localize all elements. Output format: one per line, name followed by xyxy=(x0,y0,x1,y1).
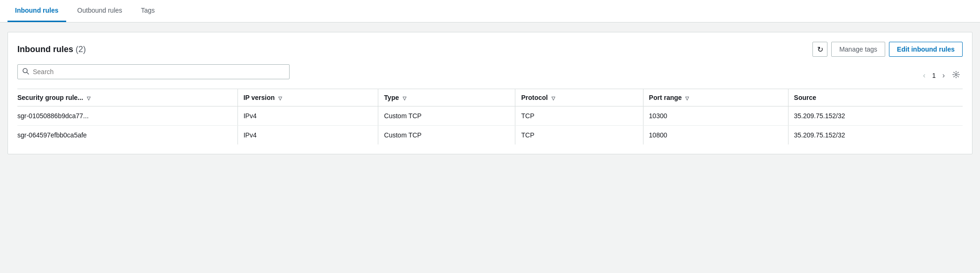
cell-ip_version: IPv4 xyxy=(237,126,378,145)
search-icon xyxy=(23,68,29,76)
cell-port_range: 10800 xyxy=(643,126,788,145)
prev-page-button[interactable]: ‹ xyxy=(920,69,928,82)
prev-page-icon: ‹ xyxy=(923,71,926,79)
rules-table: Security group rule... ▽ IP version ▽ Ty… xyxy=(17,89,963,144)
settings-icon xyxy=(952,72,960,80)
table-row: sgr-064597efbb0ca5afeIPv4Custom TCPTCP10… xyxy=(17,126,963,145)
svg-line-1 xyxy=(27,72,29,74)
next-page-button[interactable]: › xyxy=(940,69,948,82)
card-title-wrap: Inbound rules (2) xyxy=(17,45,86,54)
manage-tags-label: Manage tags xyxy=(839,46,877,53)
cell-source: 35.209.75.152/32 xyxy=(788,126,963,145)
col-type-label: Type xyxy=(384,94,399,101)
tab-inbound-label: Inbound rules xyxy=(15,7,59,14)
next-page-icon: › xyxy=(942,71,945,79)
card-count: (2) xyxy=(76,45,86,54)
table-settings-button[interactable] xyxy=(949,69,963,82)
inbound-rules-card: Inbound rules (2) ↻ Manage tags Edit inb… xyxy=(8,32,972,154)
refresh-icon: ↻ xyxy=(817,45,823,54)
col-protocol-label: Protocol xyxy=(521,94,548,101)
tab-outbound-label: Outbound rules xyxy=(77,7,122,14)
cell-type: Custom TCP xyxy=(378,126,515,145)
col-source-label: Source xyxy=(794,94,816,101)
manage-tags-button[interactable]: Manage tags xyxy=(831,42,885,57)
cell-port_range: 10300 xyxy=(643,106,788,126)
cell-ip_version: IPv4 xyxy=(237,106,378,126)
edit-inbound-rules-label: Edit inbound rules xyxy=(897,46,955,53)
col-header-rule-id[interactable]: Security group rule... ▽ xyxy=(17,89,237,106)
table-header-row: Security group rule... ▽ IP version ▽ Ty… xyxy=(17,89,963,106)
col-header-port-range[interactable]: Port range ▽ xyxy=(643,89,788,106)
search-row: ‹ 1 › xyxy=(17,64,963,87)
pagination: ‹ 1 › xyxy=(920,69,963,82)
tab-tags-label: Tags xyxy=(141,7,155,14)
col-header-type[interactable]: Type ▽ xyxy=(378,89,515,106)
header-actions: ↻ Manage tags Edit inbound rules xyxy=(812,42,963,57)
cell-rule_id: sgr-064597efbb0ca5afe xyxy=(17,126,237,145)
sort-icon-rule-id: ▽ xyxy=(87,96,91,101)
card-title: Inbound rules (2) xyxy=(17,45,86,54)
search-input[interactable] xyxy=(33,68,284,76)
cell-source: 35.209.75.152/32 xyxy=(788,106,963,126)
edit-inbound-rules-button[interactable]: Edit inbound rules xyxy=(889,42,963,57)
cell-protocol: TCP xyxy=(515,106,643,126)
col-port-range-label: Port range xyxy=(649,94,682,101)
card-header: Inbound rules (2) ↻ Manage tags Edit inb… xyxy=(17,42,963,57)
col-header-ip-version[interactable]: IP version ▽ xyxy=(237,89,378,106)
page-number: 1 xyxy=(930,72,938,79)
refresh-button[interactable]: ↻ xyxy=(812,42,827,57)
table-body: sgr-01050886b9dca77...IPv4Custom TCPTCP1… xyxy=(17,106,963,145)
col-header-source: Source xyxy=(788,89,963,106)
table-row: sgr-01050886b9dca77...IPv4Custom TCPTCP1… xyxy=(17,106,963,126)
cell-protocol: TCP xyxy=(515,126,643,145)
main-content: Inbound rules (2) ↻ Manage tags Edit inb… xyxy=(0,23,980,164)
col-rule-id-label: Security group rule... xyxy=(17,94,83,101)
cell-rule_id: sgr-01050886b9dca77... xyxy=(17,106,237,126)
col-header-protocol[interactable]: Protocol ▽ xyxy=(515,89,643,106)
cell-type: Custom TCP xyxy=(378,106,515,126)
col-ip-version-label: IP version xyxy=(244,94,275,101)
tabs-bar: Inbound rules Outbound rules Tags xyxy=(0,0,980,23)
tab-inbound[interactable]: Inbound rules xyxy=(8,0,66,22)
svg-point-2 xyxy=(955,74,957,76)
sort-icon-protocol: ▽ xyxy=(551,96,555,101)
tab-outbound[interactable]: Outbound rules xyxy=(70,0,130,22)
tab-tags[interactable]: Tags xyxy=(133,0,162,22)
card-title-text: Inbound rules xyxy=(17,45,73,54)
sort-icon-port-range: ▽ xyxy=(685,96,689,101)
search-bar[interactable] xyxy=(17,64,290,79)
sort-icon-type: ▽ xyxy=(403,96,406,101)
sort-icon-ip-version: ▽ xyxy=(278,96,282,101)
